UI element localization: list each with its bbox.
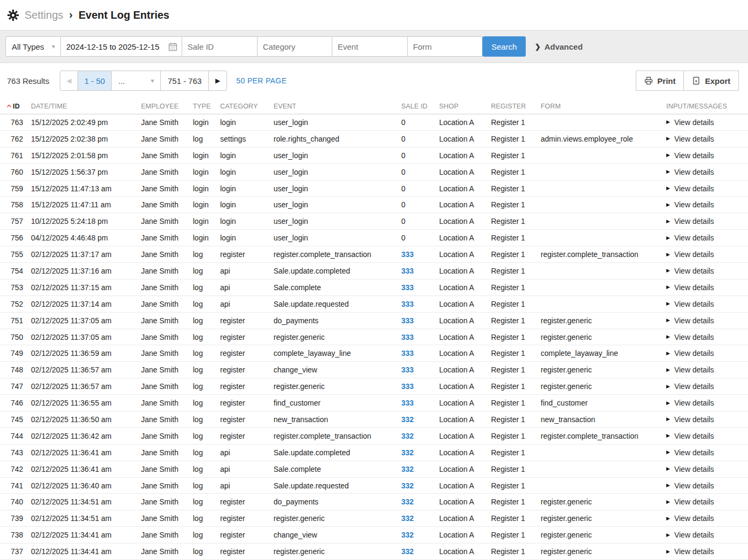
per-page-link[interactable]: 50 PER PAGE — [236, 76, 286, 85]
view-details-button[interactable]: ▶ View details — [659, 217, 748, 225]
column-header-event[interactable]: EVENT — [266, 103, 394, 110]
sale-id-link[interactable]: 333 — [394, 283, 432, 292]
column-header-id[interactable]: ID — [0, 103, 24, 110]
cell-datetime: 02/12/2025 11:36:57 am — [24, 382, 134, 391]
view-details-button[interactable]: ▶ View details — [659, 333, 748, 341]
date-range-field[interactable] — [60, 36, 182, 57]
cell-id: 753 — [0, 283, 24, 292]
sale-id-link[interactable]: 333 — [394, 316, 432, 325]
view-details-button[interactable]: ▶ View details — [659, 184, 748, 193]
table-header: ID DATE/TIME EMPLOYEE TYPE CATEGORY EVEN… — [0, 98, 748, 114]
view-details-button[interactable]: ▶ View details — [659, 465, 748, 473]
sale-id-link[interactable]: 333 — [394, 382, 432, 391]
sale-id-link[interactable]: 332 — [394, 432, 432, 440]
view-details-button[interactable]: ▶ View details — [659, 365, 748, 374]
sale-id-link[interactable]: 333 — [394, 300, 432, 308]
sale-id-link[interactable]: 332 — [394, 547, 432, 556]
sale-id-link[interactable]: 333 — [394, 267, 432, 275]
column-header-category[interactable]: CATEGORY — [213, 103, 266, 110]
cell-id: 737 — [0, 547, 24, 556]
cell-employee: Jane Smith — [134, 168, 185, 176]
sale-id-link[interactable]: 333 — [394, 365, 432, 374]
column-header-employee[interactable]: EMPLOYEE — [134, 103, 185, 110]
sale-id-link[interactable]: 333 — [394, 250, 432, 259]
view-details-button[interactable]: ▶ View details — [659, 300, 748, 308]
view-details-button[interactable]: ▶ View details — [659, 250, 748, 259]
view-details-button[interactable]: ▶ View details — [659, 200, 748, 209]
sale-id-link[interactable]: 332 — [394, 465, 432, 473]
sale-id-input[interactable] — [182, 36, 258, 57]
cell-type: log — [185, 448, 213, 457]
view-details-button[interactable]: ▶ View details — [659, 481, 748, 490]
print-label: Print — [657, 76, 675, 85]
table-row: 754 02/12/2025 11:37:16 am Jane Smith lo… — [0, 263, 748, 279]
column-header-datetime[interactable]: DATE/TIME — [24, 103, 134, 110]
view-details-button[interactable]: ▶ View details — [659, 316, 748, 325]
cell-form: register.generic — [533, 497, 659, 506]
cell-register: Register 1 — [484, 382, 533, 391]
cell-event: user_login — [266, 118, 394, 127]
cell-category: register — [213, 514, 266, 523]
column-header-sale-id[interactable]: SALE ID — [394, 103, 432, 110]
type-filter-dropdown[interactable]: All Types ▾ — [5, 36, 61, 57]
sale-id-link[interactable]: 333 — [394, 349, 432, 357]
print-button[interactable]: Print — [636, 71, 684, 91]
page-range-last[interactable]: 751 - 763 — [161, 71, 209, 90]
event-input[interactable] — [332, 36, 408, 57]
breadcrumb-settings-link[interactable]: Settings — [25, 9, 63, 21]
column-header-type[interactable]: TYPE — [185, 103, 213, 110]
play-icon: ▶ — [666, 401, 670, 406]
view-details-button[interactable]: ▶ View details — [659, 349, 748, 357]
category-input[interactable] — [257, 36, 332, 57]
view-details-button[interactable]: ▶ View details — [659, 382, 748, 391]
view-details-button[interactable]: ▶ View details — [659, 399, 748, 407]
view-details-button[interactable]: ▶ View details — [659, 514, 748, 523]
search-button[interactable]: Search — [482, 36, 526, 57]
view-details-button[interactable]: ▶ View details — [659, 135, 748, 143]
export-button[interactable]: x Export — [683, 71, 739, 91]
sale-id-link[interactable]: 332 — [394, 514, 432, 523]
table-body: 763 15/12/2025 2:02:49 pm Jane Smith log… — [0, 114, 748, 560]
cell-category: login — [213, 200, 266, 209]
view-details-button[interactable]: ▶ View details — [659, 267, 748, 275]
sale-id-link[interactable]: 332 — [394, 448, 432, 457]
column-header-shop[interactable]: SHOP — [432, 103, 484, 110]
sale-id-link[interactable]: 332 — [394, 497, 432, 506]
cell-datetime: 02/12/2025 11:36:41 am — [24, 465, 134, 473]
cell-employee: Jane Smith — [134, 547, 185, 556]
view-details-button[interactable]: ▶ View details — [659, 283, 748, 292]
cell-employee: Jane Smith — [134, 382, 185, 391]
form-input[interactable] — [407, 36, 482, 57]
view-details-button[interactable]: ▶ View details — [659, 547, 748, 556]
cell-shop: Location A — [432, 399, 484, 407]
chevron-left-icon: ◀ — [67, 77, 72, 84]
cell-category: api — [213, 481, 266, 490]
column-header-input-messages[interactable]: INPUT/MESSAGES — [659, 103, 748, 110]
view-details-button[interactable]: ▶ View details — [659, 497, 748, 506]
page-select-dropdown[interactable]: ... ▾ — [112, 71, 161, 90]
view-details-label: View details — [674, 168, 714, 176]
view-details-button[interactable]: ▶ View details — [659, 415, 748, 424]
date-range-input[interactable] — [61, 37, 182, 56]
view-details-button[interactable]: ▶ View details — [659, 448, 748, 457]
view-details-button[interactable]: ▶ View details — [659, 118, 748, 127]
column-header-form[interactable]: FORM — [533, 103, 659, 110]
view-details-button[interactable]: ▶ View details — [659, 168, 748, 176]
view-details-button[interactable]: ▶ View details — [659, 531, 748, 539]
prev-page-button[interactable]: ◀ — [60, 71, 78, 90]
sale-id-link[interactable]: 333 — [394, 399, 432, 407]
sale-id-link[interactable]: 332 — [394, 415, 432, 424]
page-range-current[interactable]: 1 - 50 — [78, 71, 112, 90]
next-page-button[interactable]: ▶ — [209, 71, 227, 90]
sale-id-link[interactable]: 332 — [394, 481, 432, 490]
column-header-register[interactable]: REGISTER — [484, 103, 533, 110]
cell-id: 745 — [0, 415, 24, 424]
view-details-button[interactable]: ▶ View details — [659, 234, 748, 242]
view-details-button[interactable]: ▶ View details — [659, 151, 748, 160]
sale-id-link[interactable]: 332 — [394, 531, 432, 539]
view-details-button[interactable]: ▶ View details — [659, 432, 748, 440]
sale-id-link[interactable]: 333 — [394, 333, 432, 341]
play-icon: ▶ — [666, 169, 670, 174]
advanced-toggle[interactable]: ❯ Advanced — [535, 42, 583, 51]
cell-category: register — [213, 399, 266, 407]
